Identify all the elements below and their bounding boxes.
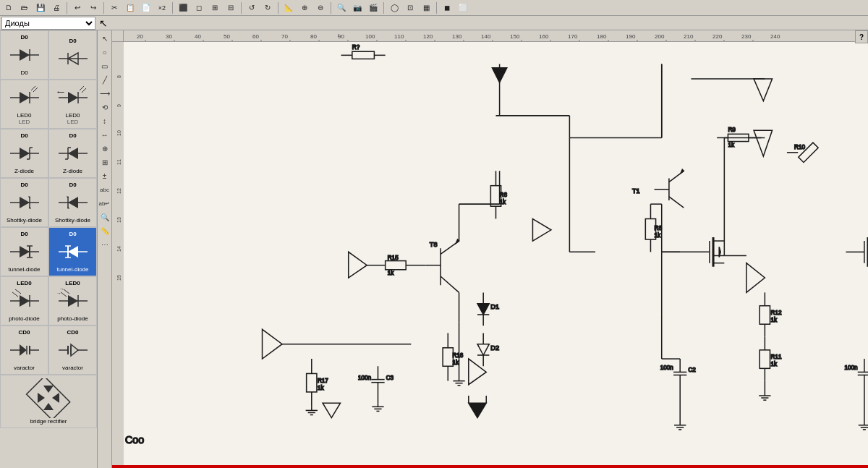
svg-marker-160 (681, 169, 684, 173)
minus-tool[interactable]: ± (98, 169, 111, 182)
circle-tool[interactable]: ○ (98, 46, 111, 59)
rotate-ccw-button[interactable]: ↻ (260, 1, 275, 14)
pointer-tool[interactable]: ↖ (98, 32, 111, 45)
component-grid: D0 D0 D0 (0, 30, 97, 428)
comp-label: Shottky-diode (55, 217, 90, 224)
rect-tool[interactable]: ▭ (98, 59, 111, 72)
svg-text:R16: R16 (452, 352, 463, 359)
svg-text:40: 40 (195, 33, 201, 40)
open-button[interactable]: 🗁 (17, 1, 32, 14)
view1-button[interactable]: 🔍 (334, 1, 349, 14)
comp-photodiode-2[interactable]: LED0 → → photo-diode (48, 276, 97, 326)
align-button[interactable]: 📐 (281, 1, 296, 14)
svg-marker-280 (469, 403, 486, 417)
comp-label: LED0 (17, 112, 31, 119)
rotate-cw-button[interactable]: ↺ (244, 1, 259, 14)
sep8 (436, 2, 437, 14)
fliph-tool[interactable]: ↔ (98, 128, 111, 141)
new-button[interactable]: 🗋 (1, 1, 16, 14)
svg-text:1k: 1k (318, 385, 325, 391)
v-ruler-svg: 8 9 10 11 12 13 14 15 (112, 42, 124, 468)
svg-text:60: 60 (252, 33, 259, 40)
fill-button[interactable]: ◼ (440, 1, 454, 14)
grid-button[interactable]: ⊞ (208, 1, 222, 14)
svg-text:120: 120 (423, 33, 433, 40)
comp-bridge[interactable]: bridge rectifier (0, 375, 97, 428)
zoom-tool[interactable]: 🔍 (98, 210, 111, 224)
sep1 (67, 2, 67, 14)
comp-tunnel-2[interactable]: D0 tunnel-diode (48, 227, 97, 276)
rotate-tool[interactable]: ⟲ (98, 101, 111, 114)
svg-text:R15: R15 (388, 255, 399, 261)
svg-text:50: 50 (224, 33, 230, 40)
comp-diode-2[interactable]: D0 (48, 30, 97, 80)
junction-tool[interactable]: ⊕ (98, 142, 111, 155)
svg-marker-66 (38, 393, 45, 403)
bottom-red-bar (112, 465, 868, 468)
wire-tool[interactable]: ╱ (98, 73, 111, 86)
grid2-button[interactable]: ⊟ (224, 1, 238, 14)
svg-marker-149 (532, 219, 550, 242)
schematic-canvas-svg[interactable]: R? R9 1k R10 (124, 42, 868, 468)
svg-text:1k: 1k (388, 270, 395, 276)
save-button[interactable]: 💾 (33, 1, 48, 14)
svg-line-159 (669, 197, 684, 208)
comp-led-2[interactable]: ⟵ LED0 LED (48, 80, 97, 129)
redo-button[interactable]: ↪ (86, 1, 101, 14)
svg-text:70: 70 (281, 33, 288, 40)
comp-led-1[interactable]: LED0 LED (0, 80, 48, 129)
svg-marker-67 (52, 393, 59, 403)
help-icon[interactable]: ? (855, 30, 868, 43)
cursor-tool[interactable]: ↖ (99, 17, 108, 29)
varactor-symbol-2 (55, 336, 91, 365)
paste-button[interactable]: 📄 (139, 1, 153, 14)
flipv-tool[interactable]: ↕ (98, 114, 111, 127)
text-tool[interactable]: abc (98, 183, 111, 196)
measure-tool[interactable]: 📏 (98, 224, 111, 237)
comp-tunnel-1[interactable]: D0 tunnel-diode (0, 227, 48, 276)
print-button[interactable]: 🖨 (49, 1, 64, 14)
mode2-button[interactable]: ⊡ (403, 1, 417, 14)
select2-button[interactable]: ◻ (192, 1, 206, 14)
svg-marker-57 (20, 344, 27, 356)
svg-marker-69 (43, 403, 54, 410)
busline-tool[interactable]: ⟶ (98, 87, 111, 100)
secondary-toolbar: Диоды Транзисторы Резисторы Конденсаторы… (0, 16, 868, 30)
schematic-canvas-area[interactable]: 20 30 40 50 60 70 80 90 100 110 120 130 … (112, 30, 868, 468)
copy-button[interactable]: 📋 (123, 1, 137, 14)
outline-button[interactable]: ⬜ (456, 1, 470, 14)
svg-text:110: 110 (394, 33, 404, 40)
comp-photodiode-1[interactable]: LED0 photo-diode (0, 276, 48, 326)
comp-zdiode-2[interactable]: D0 Z-diode (48, 129, 97, 178)
svg-marker-283 (323, 403, 340, 417)
zoom-in-button[interactable]: ⊕ (297, 1, 312, 14)
undo-button[interactable]: ↩ (70, 1, 85, 14)
more-tool[interactable]: ⋯ (98, 238, 111, 251)
comp-varactor-1[interactable]: CD0 varactor (0, 326, 48, 375)
comp-shottky-2[interactable]: D0 Shottky-diode (48, 178, 97, 227)
library-dropdown[interactable]: Диоды Транзисторы Резисторы Конденсаторы (1, 17, 95, 30)
netname-tool[interactable]: ⊞ (98, 156, 111, 169)
svg-text:200: 200 (655, 33, 665, 40)
select-button[interactable]: ⬛ (176, 1, 190, 14)
svg-text:↕: ↕ (337, 33, 340, 38)
comp-label: varactor (62, 365, 83, 371)
comp-diode-1[interactable]: D0 D0 (0, 30, 48, 80)
view3-button[interactable]: 🎬 (366, 1, 380, 14)
cut-button[interactable]: ✂ (107, 1, 122, 14)
mode1-button[interactable]: ◯ (387, 1, 401, 14)
comp-sublabel: LED (67, 119, 79, 125)
svg-marker-44 (20, 295, 30, 307)
mode3-button[interactable]: ▦ (419, 1, 433, 14)
h-ruler-svg: 20 30 40 50 60 70 80 90 100 110 120 130 … (124, 30, 868, 41)
comp-label: tunnel-diode (56, 266, 88, 273)
zoom-out-button[interactable]: ⊖ (313, 1, 328, 14)
svg-text:230: 230 (741, 33, 752, 40)
comp-shottky-1[interactable]: D0 Shottky-diode (0, 178, 48, 227)
duplicate-button[interactable]: ×2 (155, 1, 169, 14)
view2-button[interactable]: 📷 (350, 1, 365, 14)
textbox-tool[interactable]: ab↵ (98, 197, 111, 210)
sep3 (172, 2, 173, 14)
comp-varactor-2[interactable]: CD0 varactor (48, 326, 97, 375)
comp-zdiode-1[interactable]: D0 Z-diode (0, 129, 48, 178)
